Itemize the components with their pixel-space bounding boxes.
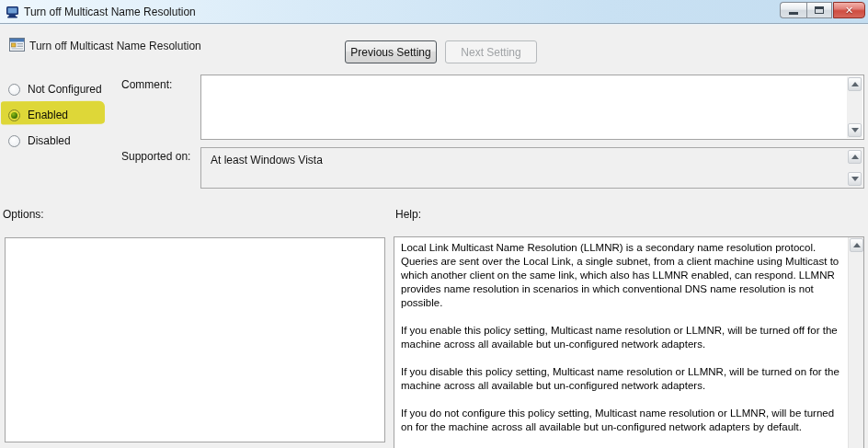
policy-setting-dialog: Turn off Multicast Name Resolution ✕ Tur… — [0, 0, 868, 448]
help-paragraph: If you do not configure this policy sett… — [401, 407, 843, 434]
close-button[interactable]: ✕ — [833, 2, 865, 18]
supported-on-scrollbar[interactable] — [847, 149, 862, 187]
radio-circle-icon[interactable] — [8, 84, 20, 96]
comment-label: Comment: — [121, 78, 172, 91]
help-paragraph: If you enable this policy setting, Multi… — [401, 324, 843, 351]
window-icon — [6, 5, 20, 19]
radio-disabled[interactable]: Disabled — [8, 133, 71, 148]
scroll-up-icon[interactable] — [848, 77, 862, 91]
window-title: Turn off Multicast Name Resolution — [24, 6, 196, 18]
minimize-button[interactable] — [780, 2, 806, 18]
radio-not-configured[interactable]: Not Configured — [8, 82, 102, 97]
help-paragraph: Local Link Multicast Name Resolution (LL… — [401, 241, 843, 310]
window-controls: ✕ — [780, 2, 865, 18]
previous-setting-button[interactable]: Previous Setting — [345, 40, 437, 63]
radio-circle-selected-icon[interactable] — [8, 109, 20, 121]
policy-name: Turn off Multicast Name Resolution — [29, 40, 201, 52]
help-label: Help: — [395, 208, 421, 221]
comment-input[interactable] — [200, 75, 864, 140]
supported-on-field: At least Windows Vista — [200, 147, 864, 189]
help-scrollbar[interactable] — [848, 237, 863, 448]
options-panel — [5, 237, 385, 442]
scroll-up-icon[interactable] — [850, 238, 863, 252]
minimize-icon — [789, 12, 798, 15]
comment-scrollbar[interactable] — [847, 76, 862, 138]
supported-on-label: Supported on: — [121, 150, 190, 163]
radio-label-disabled: Disabled — [28, 134, 71, 147]
maximize-icon — [815, 6, 824, 14]
maximize-button[interactable] — [806, 2, 832, 18]
radio-enabled[interactable]: Enabled — [8, 108, 68, 122]
radio-label-enabled: Enabled — [28, 109, 68, 121]
next-setting-button[interactable]: Next Setting — [445, 40, 537, 63]
radio-label-not-configured: Not Configured — [28, 83, 102, 96]
titlebar[interactable]: Turn off Multicast Name Resolution ✕ — [0, 0, 868, 24]
scroll-down-icon[interactable] — [848, 172, 862, 186]
radio-circle-icon[interactable] — [8, 135, 20, 147]
close-icon: ✕ — [845, 6, 853, 16]
scroll-down-icon[interactable] — [848, 123, 862, 137]
policy-setting-icon — [9, 38, 25, 52]
help-paragraph: If you disable this policy setting, Mult… — [401, 365, 843, 393]
scroll-up-icon[interactable] — [848, 150, 862, 164]
supported-on-value: At least Windows Vista — [211, 154, 323, 167]
options-label: Options: — [3, 208, 44, 221]
help-panel: Local Link Multicast Name Resolution (LL… — [394, 236, 864, 448]
help-text: Local Link Multicast Name Resolution (LL… — [394, 237, 847, 448]
